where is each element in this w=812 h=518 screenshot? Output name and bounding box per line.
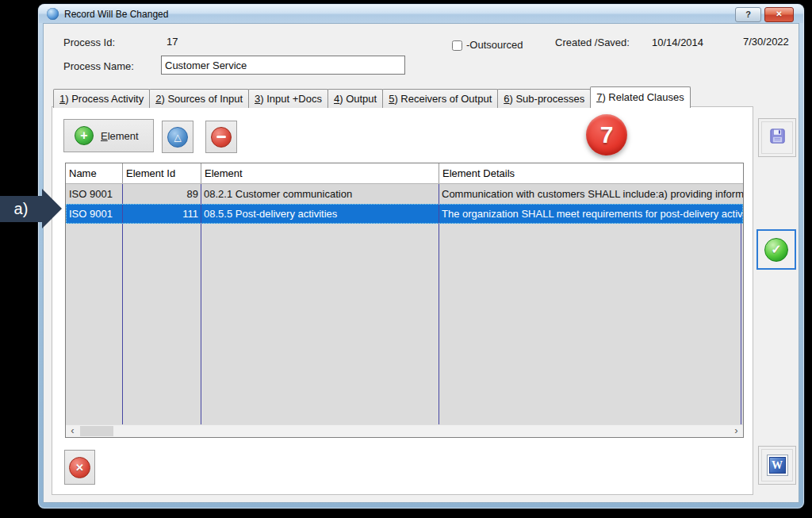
created-saved-label: Created /Saved: [555, 36, 630, 48]
red-cross-icon: ✕ [69, 457, 90, 478]
table-row[interactable]: ISO 9001 89 08.2.1 Customer communicatio… [66, 184, 743, 204]
screen: Record Will Be Changed ? ✕ Process Id: 1… [0, 0, 812, 518]
dialog-client-area: Process Id: 17 Process Name: -Outsourced… [43, 23, 799, 503]
minus-icon [211, 127, 232, 148]
outsourced-label: -Outsourced [466, 39, 523, 51]
scroll-left-arrow-icon[interactable]: ‹ [66, 425, 79, 437]
table-row-selected[interactable]: ISO 9001 111 08.5.5 Post-delivery activi… [66, 204, 743, 224]
titlebar: Record Will Be Changed ? ✕ [39, 5, 803, 23]
outsourced-checkbox[interactable] [452, 40, 462, 51]
created-date: 10/14/2014 [652, 36, 703, 48]
help-button[interactable]: ? [735, 7, 761, 22]
cell-element-details: Communication with customers SHALL inclu… [439, 184, 743, 204]
window-title: Record Will Be Changed [64, 9, 168, 20]
tab-sources-of-input[interactable]: 2) Sources of Input [149, 89, 249, 108]
column-header-element[interactable]: Element [201, 163, 439, 183]
save-button[interactable] [758, 118, 796, 157]
close-button[interactable]: ✕ [764, 7, 794, 22]
add-element-label: Element [101, 130, 139, 142]
column-header-name[interactable]: Name [66, 163, 123, 183]
column-header-element-details[interactable]: Element Details [439, 163, 743, 183]
cell-element: 08.2.1 Customer communication [201, 184, 439, 204]
cell-element-details: The organization SHALL meet requirements… [439, 204, 743, 224]
cell-name: ISO 9001 [66, 184, 123, 204]
word-icon: W [767, 455, 788, 476]
cell-name: ISO 9001 [66, 204, 123, 224]
add-element-button[interactable]: + Element [63, 119, 154, 152]
horizontal-scrollbar[interactable]: ‹ › [66, 424, 743, 437]
cell-element-id: 111 [123, 204, 201, 224]
annotation-arrow-label: a) [0, 196, 42, 222]
export-word-button[interactable]: W [758, 446, 796, 485]
tab-receivers-of-output[interactable]: 5) Receivers of Output [382, 89, 498, 108]
tab-output[interactable]: 4) Output [327, 89, 383, 108]
caption-buttons: ? ✕ [735, 7, 794, 22]
triangle-icon: △ [167, 127, 188, 148]
app-icon [47, 8, 59, 20]
annotation-arrow: a) [0, 189, 62, 228]
dialog-window: Record Will Be Changed ? ✕ Process Id: 1… [38, 4, 804, 508]
confirm-button[interactable]: ✓ [756, 229, 796, 270]
process-id-label: Process Id: [63, 36, 115, 48]
column-header-element-id[interactable]: Element Id [123, 163, 201, 183]
step-7-badge: 7 [586, 114, 627, 155]
green-check-icon: ✓ [764, 238, 788, 262]
tab-related-clauses[interactable]: 7) Related Clauses [590, 86, 691, 108]
grid-empty-area [66, 224, 743, 425]
saved-date: 7/30/2022 [743, 36, 789, 48]
process-name-label: Process Name: [63, 60, 134, 72]
grid-header-row: Name Element Id Element Element Details [66, 163, 743, 184]
delete-record-button[interactable]: ✕ [64, 450, 95, 485]
scroll-right-arrow-icon[interactable]: › [730, 425, 743, 437]
close-icon: ✕ [776, 10, 782, 18]
edit-element-button[interactable]: △ [162, 121, 193, 153]
process-name-input[interactable] [161, 56, 405, 75]
tab-process-activity[interactable]: 1) Process Activity [53, 89, 150, 108]
related-clauses-grid: Name Element Id Element Element Details … [65, 163, 744, 438]
scrollbar-thumb[interactable] [80, 426, 113, 436]
process-id-value: 17 [167, 36, 178, 48]
floppy-disk-icon [768, 127, 787, 148]
related-clauses-panel: + Element △ 7 Name Element Id Element [52, 106, 753, 495]
cell-element-id: 89 [123, 184, 201, 204]
tab-strip: 1) Process Activity 2) Sources of Input … [53, 88, 690, 108]
help-icon: ? [745, 10, 751, 19]
cell-element: 08.5.5 Post-delivery activities [201, 204, 439, 224]
tab-input-docs[interactable]: 3) Input +Docs [248, 89, 328, 108]
annotation-arrow-head-icon [42, 189, 62, 228]
plus-icon: + [75, 126, 94, 145]
remove-element-button[interactable] [205, 121, 237, 153]
tab-sub-processes[interactable]: 6) Sub-processes [497, 89, 591, 108]
